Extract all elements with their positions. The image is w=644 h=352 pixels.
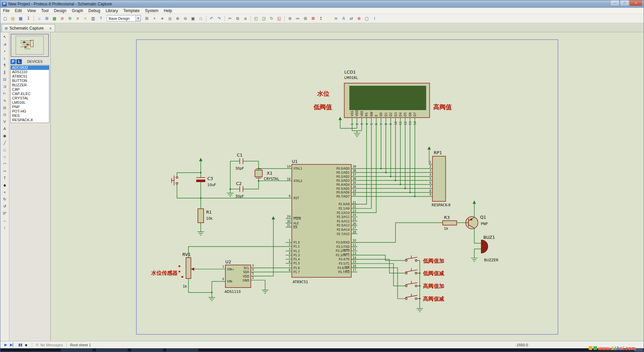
cut-icon[interactable]: ✂ <box>226 15 233 22</box>
delete-tag-icon[interactable]: ⊗ <box>356 15 363 22</box>
taskbar-item[interactable] <box>166 349 198 351</box>
exit-to-parent-icon[interactable]: ↥ <box>317 15 324 22</box>
pick-devices-button[interactable]: P <box>10 59 16 64</box>
respack-body[interactable] <box>432 156 445 201</box>
taskbar-item[interactable] <box>131 349 163 351</box>
system-settings-icon[interactable]: ⚙ <box>66 15 73 22</box>
2d-line-mode-icon[interactable]: ╱ <box>1 139 8 146</box>
2d-circle-mode-icon[interactable]: ○ <box>1 153 8 160</box>
wire[interactable] <box>189 278 212 293</box>
menu-view[interactable]: View <box>24 8 39 14</box>
device-pin-mode-icon[interactable]: ⊢ <box>1 90 8 97</box>
step-simulation-button[interactable]: ▶▏ <box>10 343 15 347</box>
ground-symbol[interactable] <box>209 295 215 301</box>
crystal-x1[interactable] <box>255 170 262 177</box>
device-item-cap[interactable]: CAP <box>11 87 49 92</box>
report-icon[interactable]: ▥ <box>90 15 97 22</box>
bill-of-materials-icon[interactable]: ¤ <box>82 15 89 22</box>
new-project-icon[interactable]: ▢ <box>2 15 9 22</box>
home-icon[interactable]: ⌂ <box>36 15 43 22</box>
device-item-crystal[interactable]: CRYSTAL <box>11 96 49 100</box>
pot-rv1[interactable] <box>186 258 191 278</box>
import-file-icon[interactable]: ↧ <box>25 15 32 22</box>
wire[interactable] <box>351 264 405 286</box>
find-component-icon[interactable]: ⊚ <box>286 15 293 22</box>
generator-mode-icon[interactable]: ⊙ <box>1 111 8 118</box>
device-item-lm016l[interactable]: LM016L <box>11 100 49 105</box>
voltage-probe-mode-icon[interactable]: V <box>1 118 8 125</box>
search-tag-icon[interactable]: A <box>340 15 347 22</box>
device-item-adc0832[interactable]: ADC0832 <box>11 65 49 70</box>
wire[interactable] <box>351 259 405 273</box>
info-icon[interactable]: i <box>371 15 378 22</box>
current-probe-mode-icon[interactable]: A <box>1 125 8 132</box>
device-item-pnp[interactable]: PNP <box>11 105 49 109</box>
help-icon[interactable]: ? <box>97 15 104 22</box>
block-move-icon[interactable]: ◲ <box>260 15 267 22</box>
pan-icon[interactable]: ∗ <box>159 15 166 22</box>
menu-file[interactable]: File <box>0 8 12 14</box>
pcb-layout-icon[interactable]: ▩ <box>51 15 58 22</box>
device-item-at89c51[interactable]: AT89C51 <box>11 74 49 79</box>
zoom-in-icon[interactable]: ⊕ <box>174 15 181 22</box>
wire[interactable] <box>177 184 201 198</box>
rotate-clockwise-icon[interactable]: ↻ <box>1 196 8 203</box>
overview-minimap[interactable] <box>11 34 49 57</box>
wire[interactable] <box>351 268 405 299</box>
new-sheet-icon[interactable]: ⊞ <box>302 15 309 22</box>
2d-marker-mode-icon[interactable]: + <box>1 189 8 195</box>
taskbar-item[interactable] <box>96 349 128 351</box>
save-project-icon[interactable]: ▦ <box>17 15 24 22</box>
device-item-ads1110[interactable]: ADS1110 <box>11 70 49 74</box>
subcircuit-mode-icon[interactable]: ⊡ <box>1 76 8 83</box>
undo-icon[interactable]: ↶ <box>208 15 215 22</box>
zoom-area-icon[interactable]: □ <box>197 15 204 22</box>
grid-toggle-icon[interactable]: ⊞ <box>143 15 150 22</box>
open-project-icon[interactable]: ▤ <box>9 15 16 22</box>
graph-mode-icon[interactable]: ∿ <box>1 97 8 104</box>
buzzer-body[interactable] <box>481 240 488 253</box>
ground-symbol[interactable] <box>354 131 361 136</box>
wire[interactable] <box>177 173 201 176</box>
text-script-mode-icon[interactable]: ¶ <box>1 62 8 69</box>
ground-symbol[interactable] <box>417 306 423 312</box>
2d-arc-mode-icon[interactable]: ◠ <box>1 161 8 167</box>
copy-icon[interactable]: ⧉ <box>234 15 241 22</box>
resistor-r3[interactable] <box>443 221 457 225</box>
stop-simulation-button[interactable]: ■ <box>25 343 28 347</box>
menu-design[interactable]: Design <box>51 8 69 14</box>
tape-recorder-mode-icon[interactable]: ◎ <box>1 104 8 111</box>
schematic-canvas[interactable]: VSS1VDD2VEE3RS4RW5E6D07D18D29D310D411D51… <box>51 32 644 341</box>
wire[interactable] <box>189 247 286 258</box>
device-item-cap-elec[interactable]: CAP-ELEC <box>11 92 49 96</box>
mirror-vertical-icon[interactable]: ↕ <box>1 224 8 231</box>
wire-autorouter-icon[interactable]: ≋ <box>332 15 339 22</box>
center-icon[interactable]: ◎ <box>166 15 173 22</box>
tab-schematic-capture[interactable]: ⊞ Schematic Capture ✕ <box>2 24 55 32</box>
menu-help[interactable]: Help <box>161 8 175 14</box>
rotate-anticlockwise-icon[interactable]: ↺ <box>1 203 8 210</box>
menu-library[interactable]: Library <box>103 8 121 14</box>
ground-symbol[interactable] <box>227 191 234 196</box>
menu-tool[interactable]: Tool <box>39 8 51 14</box>
ground-symbol[interactable] <box>471 256 478 261</box>
wire[interactable] <box>474 228 481 243</box>
2d-symbol-mode-icon[interactable]: ◆ <box>1 182 8 188</box>
block-rotate-icon[interactable]: ↻ <box>268 15 275 22</box>
redo-icon[interactable]: ↷ <box>216 15 223 22</box>
selection-mode-icon[interactable]: ↖ <box>1 34 8 40</box>
device-item-button[interactable]: BUTTON <box>11 79 49 83</box>
terminal-mode-icon[interactable]: ⊐ <box>1 83 8 90</box>
device-item-res[interactable]: RES <box>11 114 49 118</box>
wire[interactable] <box>351 255 405 260</box>
menu-system[interactable]: System <box>142 8 161 14</box>
block-copy-icon[interactable]: ◰ <box>253 15 260 22</box>
mirror-horizontal-icon[interactable]: ↔ <box>1 217 8 224</box>
zoom-all-icon[interactable]: ▣ <box>190 15 197 22</box>
minimize-button[interactable]: — <box>610 0 620 6</box>
design-explorer-icon[interactable]: ≡ <box>74 15 81 22</box>
remove-sheet-icon[interactable]: ⊠ <box>310 15 317 22</box>
rotation-angle-icon[interactable]: 0° <box>1 210 8 217</box>
2d-path-mode-icon[interactable]: ∾ <box>1 168 8 174</box>
close-button[interactable]: × <box>630 0 642 6</box>
